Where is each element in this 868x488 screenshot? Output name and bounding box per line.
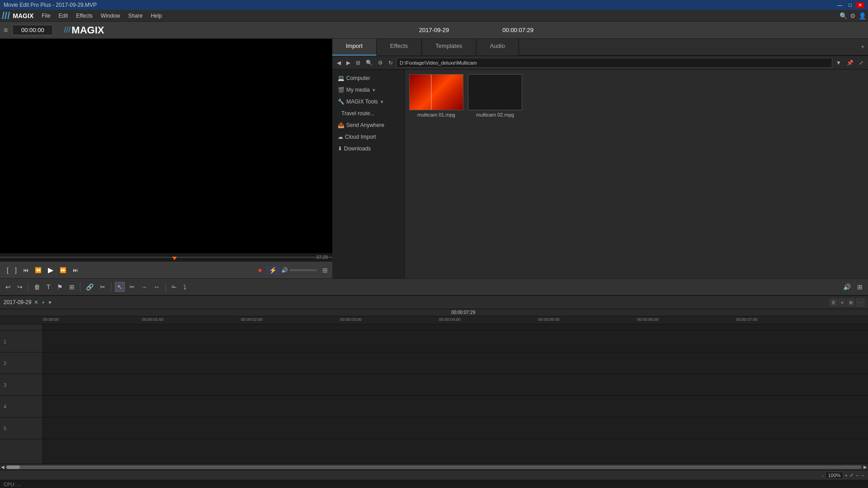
add-timeline-button[interactable]: + — [41, 299, 45, 306]
close-timeline-button[interactable]: ✕ — [34, 299, 38, 305]
track-row-1[interactable] — [43, 331, 868, 352]
track-row-2[interactable] — [43, 352, 868, 374]
nav-cloud-import[interactable]: ☁Cloud Import — [332, 131, 404, 143]
fit-button[interactable]: ⤢ — [849, 472, 854, 478]
multicam-button[interactable]: ⊞ — [67, 282, 76, 291]
step-back-button[interactable]: ⏪ — [33, 266, 44, 274]
account-icon[interactable]: 👤 — [859, 12, 866, 19]
menu-file[interactable]: File — [38, 12, 54, 20]
add-dropdown-arrow[interactable]: ▼ — [48, 300, 52, 305]
resize-tool[interactable]: ↔ — [152, 282, 162, 291]
search-icon[interactable]: 🔍 — [840, 12, 847, 19]
scroll-right-button[interactable]: ▶ — [863, 465, 867, 469]
tab-templates[interactable]: Templates — [422, 39, 476, 56]
trim-button[interactable]: ✂ — [98, 282, 107, 291]
audio-mixer-button[interactable]: 🔊 — [841, 282, 853, 291]
menu-edit[interactable]: Edit — [55, 12, 72, 20]
thumb-multicam02[interactable] — [468, 74, 522, 110]
track-row-4[interactable] — [43, 396, 868, 418]
volume-slider[interactable] — [290, 269, 317, 271]
ruler-mark-6: 00:00:06:00 — [637, 317, 659, 322]
maximize-button[interactable]: □ — [846, 2, 854, 8]
panel-expand-icon[interactable]: + — [861, 44, 864, 50]
skip-to-end-button[interactable]: ⏭ — [71, 266, 80, 274]
play-button[interactable]: ▶ — [46, 265, 56, 275]
panel-content-row: 💻Computer 🎬My media ▼ 🔧MAGIX Tools ▼ Tra… — [332, 70, 868, 278]
marker-button[interactable]: ⚑ — [55, 282, 65, 291]
cut-tool[interactable]: ✂ — [127, 282, 137, 291]
maximize-panel-icon[interactable]: ⤢ — [857, 59, 865, 67]
settings-icon[interactable]: ⚙ — [376, 59, 385, 67]
track-row-3[interactable] — [43, 374, 868, 396]
zoom-out-button[interactable]: - — [822, 473, 824, 478]
view-multicam[interactable]: ⊞ — [847, 299, 854, 306]
step-forward-button[interactable]: ⏩ — [57, 266, 69, 274]
close-button[interactable]: ✕ — [856, 2, 864, 8]
preview-scrubber[interactable]: 07:29 — [0, 253, 332, 261]
media-item-multicam02[interactable]: multicam 02.mpg — [468, 74, 522, 117]
bracket-open[interactable]: [ — [5, 266, 11, 275]
nav-downloads[interactable]: ⬇Downloads — [332, 143, 404, 155]
forward-button[interactable]: ▶ — [344, 59, 352, 67]
tab-audio[interactable]: Audio — [476, 39, 519, 56]
link-button[interactable]: 🔗 — [84, 282, 95, 291]
scrubber-track[interactable] — [0, 257, 332, 258]
track-row-5[interactable] — [43, 418, 868, 439]
redo-button[interactable]: ↪ — [15, 282, 24, 291]
nav-travel-route[interactable]: Travel route... — [332, 108, 404, 119]
media-grid: multicam 01.mpg multicam 02.mpg — [405, 70, 868, 278]
track-content — [43, 324, 868, 464]
zoom-minus-button[interactable]: ←→ — [855, 473, 865, 478]
media-item-multicam01[interactable]: multicam 01.mpg — [409, 74, 463, 117]
settings-icon[interactable]: ⚙ — [850, 12, 856, 19]
text-button[interactable]: T — [45, 282, 52, 291]
timeline-scrollbar[interactable]: ◀ ▶ — [0, 464, 868, 470]
delete-button[interactable]: 🗑 — [32, 282, 42, 291]
razor-tool[interactable]: ✁ — [170, 282, 179, 291]
menu-share[interactable]: Share — [124, 12, 146, 20]
zoom-in-button[interactable]: + — [845, 473, 848, 478]
title-bar: Movie Edit Pro Plus - 2017-09-29.MVP — □… — [0, 0, 868, 10]
hamburger-menu[interactable]: ≡ — [4, 26, 8, 34]
menu-window[interactable]: Window — [97, 12, 124, 20]
view-storyboard[interactable]: ☰ — [830, 299, 837, 306]
undo-button[interactable]: ↩ — [4, 282, 13, 291]
special-button[interactable]: ⚡ — [266, 266, 279, 275]
menu-effects[interactable]: Effects — [72, 12, 96, 20]
scroll-left-button[interactable]: ◀ — [1, 465, 5, 469]
bracket-close[interactable]: ] — [13, 266, 19, 275]
magix-tools-arrow: ▼ — [380, 99, 384, 104]
back-button[interactable]: ◀ — [335, 59, 343, 67]
move-tool[interactable]: → — [139, 282, 149, 291]
path-input[interactable] — [396, 58, 832, 68]
pin-icon[interactable]: 📌 — [845, 59, 855, 67]
grid-view-icon[interactable]: ⊞ — [322, 267, 328, 274]
scroll-track[interactable] — [6, 465, 862, 469]
thumb-multicam01[interactable] — [409, 74, 463, 110]
record-button[interactable]: ● — [255, 265, 264, 275]
timeline-header-bar: 2017-09-29 ✕ + ▼ ☰ ≡ ⊞ ⋯ — [0, 296, 868, 309]
tab-import[interactable]: Import — [332, 39, 377, 56]
my-media-arrow: ▼ — [372, 88, 376, 93]
storyboard-button[interactable]: ⊞ — [855, 282, 864, 291]
skip-to-start-button[interactable]: ⏮ — [21, 266, 31, 274]
search-icon[interactable]: 🔍 — [364, 59, 374, 67]
view-timeline[interactable]: ≡ — [839, 299, 845, 306]
minimize-button[interactable]: — — [835, 2, 844, 8]
nav-send-anywhere[interactable]: 📤Send Anywhere — [332, 119, 404, 131]
scroll-thumb[interactable] — [6, 465, 20, 469]
path-dropdown-icon[interactable]: ▼ — [834, 59, 843, 67]
tab-effects[interactable]: Effects — [377, 39, 422, 56]
select-tool[interactable]: ↖ — [115, 282, 125, 292]
nav-computer[interactable]: 💻Computer — [332, 72, 404, 84]
scrubber-playhead[interactable] — [172, 257, 177, 260]
zoom-value: 100% — [826, 472, 843, 479]
grid-icon[interactable]: ⊞ — [354, 59, 362, 67]
status-bar: CPU: ... — [0, 480, 868, 488]
menu-help[interactable]: Help — [147, 12, 165, 20]
refresh-icon[interactable]: ↻ — [387, 59, 395, 67]
insert-tool[interactable]: ⤵ — [181, 282, 188, 291]
nav-my-media[interactable]: 🎬My media ▼ — [332, 84, 404, 96]
nav-magix-tools[interactable]: 🔧MAGIX Tools ▼ — [332, 96, 404, 108]
view-menu[interactable]: ⋯ — [856, 299, 864, 306]
